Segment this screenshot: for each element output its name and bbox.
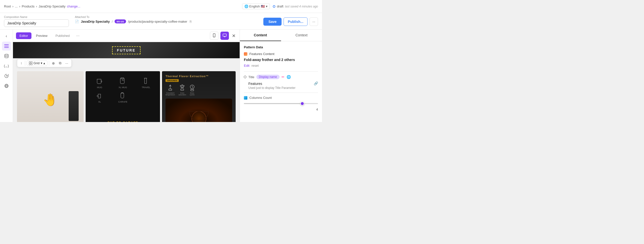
hand-icon: 🤚 [43,93,58,106]
divider-2 [244,93,318,93]
tab-context[interactable]: Context [281,30,322,41]
chevron-down-icon: ▾ [41,61,42,65]
composition-name-input[interactable] [4,19,69,27]
slider-track-area[interactable] [244,102,318,106]
save-button[interactable]: Save [263,18,282,26]
float-duplicate-button[interactable]: ⧉ [58,60,63,66]
columns-count-row: Columns Count [244,96,318,100]
breadcrumb-sep2: › [19,4,20,8]
product-card-2: MUG XL XL MUG TRAVEL XL [86,71,160,122]
more-options-button[interactable]: ··· [310,17,318,26]
tab-more-button[interactable]: ··· [74,33,81,39]
sidebar-item-history[interactable] [2,71,11,80]
composition-name-section: Composition Name [4,15,69,27]
mobile-view-button[interactable] [210,32,218,40]
svg-rect-19 [169,89,172,90]
edit-link[interactable]: Edit [244,64,249,67]
link-icon[interactable]: 🔗 [314,81,318,85]
composition-name-label: Composition Name [4,15,69,18]
attached-path: /products/javadrip-specialty-coffee-make… [128,20,187,23]
grid-dropdown[interactable]: Grid ▾ ▴ [27,60,48,66]
attached-product-name: JavaDrip Specialty [81,20,110,23]
svg-rect-12 [29,61,31,63]
desktop-view-button[interactable] [220,32,229,40]
columns-cube-icon [244,96,247,100]
products-grid: 🤚 MUG XL XL MUG [13,58,240,122]
float-target-button[interactable]: ⊕ [51,61,56,66]
app-wrapper: Root › ... › Products › JavaDrip Special… [0,0,322,122]
coffee-cup-visual [166,99,232,122]
publish-button[interactable]: Publish... [284,17,308,26]
breadcrumb: Root › ... › Products › JavaDrip Special… [4,4,80,8]
top-bar: Root › ... › Products › JavaDrip Special… [0,0,322,13]
breadcrumb-sep1: › [12,4,13,8]
svg-point-23 [181,87,182,88]
close-editor-button[interactable]: ✕ [231,32,237,40]
attached-content: 📄 JavaDrip Specialty / en-us /products/j… [75,19,192,23]
draft-dot [273,5,275,8]
language-label: English [249,4,260,8]
language-selector[interactable]: 🌐 English 🇺🇸 ▾ [242,3,270,9]
field-description: Used just to display Title Parameter [248,86,318,90]
tab-editor[interactable]: Editor [16,32,32,39]
canvas-header-section: FUTURE [13,42,240,58]
flag-icon: 🇺🇸 [261,4,265,8]
pencil-icon[interactable]: ✏ [282,75,284,79]
locale-badge: en-us [114,19,126,23]
title-field-row: Title Display name ✏ 🌐 [244,75,318,79]
canvas-area: FUTURE ↑ Grid [13,42,240,122]
features-content-icon [244,52,247,56]
editor-toolbar: Editor Preview Published ··· [13,30,240,42]
slider-thumb[interactable] [300,102,304,106]
divider-1 [244,71,318,72]
features-value: Features [248,82,262,86]
top-bar-right: 🌐 English 🇺🇸 ▾ draft last saved 4 minute… [242,3,318,9]
editor-controls: ✕ [210,32,237,40]
tab-content[interactable]: Content [240,30,281,41]
slider-container [244,102,318,106]
sidebar-item-globe[interactable] [2,81,11,90]
svg-rect-16 [121,78,124,79]
svg-point-20 [180,85,181,86]
separator2 [49,61,49,66]
sidebar-item-menu[interactable] [2,42,11,51]
globe-icon: 🌐 [244,4,248,8]
svg-point-3 [5,54,8,56]
main-content: ‹ {…} [0,30,322,122]
path-slash: / [112,20,113,23]
svg-text:XL: XL [96,95,99,97]
pattern-data-title: Pattern Data [244,45,318,49]
breadcrumb-change-link[interactable]: change... [67,4,80,8]
sidebar-back-button[interactable]: ‹ [2,32,11,41]
columns-value: 4 [244,108,318,111]
float-more-button[interactable]: ··· [64,61,70,66]
globe-field-icon[interactable]: 🌐 [286,75,291,79]
svg-rect-27 [191,89,194,91]
svg-rect-13 [31,61,32,63]
thermal-title: Thermal Flavor Extraction™ [166,75,232,78]
sidebar-item-code[interactable]: {…} [2,61,11,70]
features-content-item: Features Content [244,52,318,56]
sidebar-item-database[interactable] [2,52,11,61]
tab-published[interactable]: Published [52,32,73,39]
svg-rect-14 [29,63,31,65]
top-bar-actions: Save Publish... ··· [263,17,318,27]
breadcrumb-dots: ... [15,4,18,8]
separator [25,61,25,66]
columns-count-label: Columns Count [249,96,272,100]
svg-point-22 [183,85,184,86]
reset-link[interactable]: reset [251,64,258,67]
composition-row: Composition Name Attached To 📄 JavaDrip … [0,13,322,30]
grounds-badge: GROUNDS [166,79,179,82]
svg-rect-9 [223,34,226,36]
svg-point-21 [182,85,183,86]
display-name-badge[interactable]: Display name [256,75,280,79]
tab-preview[interactable]: Preview [32,32,51,39]
breadcrumb-root: Root [4,4,11,8]
copy-icon[interactable]: ⎘ [190,20,192,23]
left-sidebar: ‹ {…} [0,30,13,122]
breadcrumb-products: Products [22,4,34,8]
last-saved-label: last saved 4 minutes ago [285,5,318,8]
float-back-button[interactable]: ↑ [19,61,24,66]
draft-label: draft [277,4,283,8]
